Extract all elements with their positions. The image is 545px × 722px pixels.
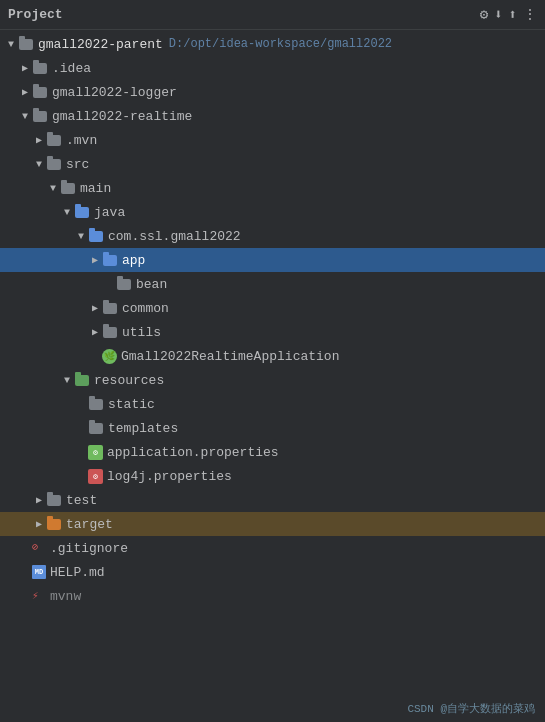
arrow-icon — [18, 62, 32, 74]
tree-item-mvnw[interactable]: ⚡ mvnw — [0, 584, 545, 608]
tree-item-help-md[interactable]: MD HELP.md — [0, 560, 545, 584]
arrow-icon — [32, 134, 46, 146]
tree-item-realtime[interactable]: gmall2022-realtime — [0, 104, 545, 128]
tree-item-utils[interactable]: utils — [0, 320, 545, 344]
item-label: test — [66, 493, 97, 508]
folder-icon — [88, 420, 104, 436]
log4j-icon: ⚙ — [88, 469, 103, 484]
arrow-icon — [32, 159, 46, 170]
download-icon[interactable]: ⬇ — [494, 6, 502, 23]
expand-icon[interactable]: ⬆ — [509, 6, 517, 23]
item-label: app — [122, 253, 145, 268]
folder-icon — [32, 60, 48, 76]
tree-item-main[interactable]: main — [0, 176, 545, 200]
item-label: .idea — [52, 61, 91, 76]
tree-item-gmall2022-parent[interactable]: gmall2022-parent D:/opt/idea-workspace/g… — [0, 32, 545, 56]
folder-icon — [116, 276, 132, 292]
item-label: gmall2022-realtime — [52, 109, 192, 124]
item-label: com.ssl.gmall2022 — [108, 229, 241, 244]
tree-item-application-props[interactable]: ⚙ application.properties — [0, 440, 545, 464]
item-label: utils — [122, 325, 161, 340]
item-label: application.properties — [107, 445, 279, 460]
arrow-icon — [46, 183, 60, 194]
folder-icon — [102, 252, 118, 268]
tree-item-app[interactable]: app — [0, 248, 545, 272]
gear-icon[interactable]: ⚙ — [480, 6, 488, 23]
item-label: log4j.properties — [107, 469, 232, 484]
folder-icon — [74, 372, 90, 388]
item-label: resources — [94, 373, 164, 388]
folder-icon — [32, 108, 48, 124]
header-title: Project — [8, 7, 63, 22]
props-icon: ⚙ — [88, 445, 103, 460]
tree-item-log4j-props[interactable]: ⚙ log4j.properties — [0, 464, 545, 488]
tree-content: gmall2022-parent D:/opt/idea-workspace/g… — [0, 30, 545, 610]
folder-icon — [32, 84, 48, 100]
folder-icon — [88, 396, 104, 412]
tree-item-src[interactable]: src — [0, 152, 545, 176]
item-label: main — [80, 181, 111, 196]
folder-icon — [88, 228, 104, 244]
arrow-icon — [88, 254, 102, 266]
item-label: .gitignore — [50, 541, 128, 556]
arrow-icon — [32, 518, 46, 530]
folder-icon — [46, 516, 62, 532]
spring-icon: 🌿 — [102, 349, 117, 364]
tree-item-package[interactable]: com.ssl.gmall2022 — [0, 224, 545, 248]
tree-item-java[interactable]: java — [0, 200, 545, 224]
tree-item-main-class[interactable]: 🌿 Gmall2022RealtimeApplication — [0, 344, 545, 368]
tree-item-gitignore[interactable]: ⊘ .gitignore — [0, 536, 545, 560]
tree-item-mvn[interactable]: .mvn — [0, 128, 545, 152]
folder-icon — [18, 36, 34, 52]
md-icon: MD — [32, 565, 46, 579]
tree-item-bean[interactable]: bean — [0, 272, 545, 296]
folder-icon — [102, 300, 118, 316]
tree-header: Project ⚙ ⬇ ⬆ ⋮ — [0, 0, 545, 30]
folder-icon — [102, 324, 118, 340]
tree-item-common[interactable]: common — [0, 296, 545, 320]
tree-item-logger[interactable]: gmall2022-logger — [0, 80, 545, 104]
item-label: gmall2022-logger — [52, 85, 177, 100]
arrow-icon — [60, 207, 74, 218]
folder-icon — [46, 492, 62, 508]
arrow-icon — [18, 86, 32, 98]
tree-item-resources[interactable]: resources — [0, 368, 545, 392]
arrow-icon — [18, 111, 32, 122]
item-label: .mvn — [66, 133, 97, 148]
item-label: common — [122, 301, 169, 316]
arrow-icon — [32, 494, 46, 506]
folder-icon — [60, 180, 76, 196]
item-label: HELP.md — [50, 565, 105, 580]
gitignore-icon: ⊘ — [32, 541, 46, 555]
arrow-icon — [74, 231, 88, 242]
arrow-icon — [88, 302, 102, 314]
watermark: CSDN @自学大数据的菜鸡 — [407, 701, 535, 716]
mvn-icon: ⚡ — [32, 589, 46, 603]
item-label: mvnw — [50, 589, 81, 604]
arrow-icon — [60, 375, 74, 386]
path-hint: D:/opt/idea-workspace/gmall2022 — [169, 37, 392, 51]
tree-item-target[interactable]: target — [0, 512, 545, 536]
item-label: gmall2022-parent — [38, 37, 163, 52]
tree-item-idea[interactable]: .idea — [0, 56, 545, 80]
tree-item-test[interactable]: test — [0, 488, 545, 512]
item-label: java — [94, 205, 125, 220]
arrow-icon — [88, 326, 102, 338]
tree-item-templates[interactable]: templates — [0, 416, 545, 440]
tree-item-static[interactable]: static — [0, 392, 545, 416]
folder-icon — [46, 132, 62, 148]
folder-icon — [74, 204, 90, 220]
header-icons: ⚙ ⬇ ⬆ ⋮ — [480, 6, 537, 23]
item-label: bean — [136, 277, 167, 292]
settings-icon[interactable]: ⋮ — [523, 6, 537, 23]
project-tree: Project ⚙ ⬇ ⬆ ⋮ gmall2022-parent D:/opt/… — [0, 0, 545, 722]
item-label: src — [66, 157, 89, 172]
folder-icon — [46, 156, 62, 172]
item-label: templates — [108, 421, 178, 436]
item-label: target — [66, 517, 113, 532]
arrow-icon — [4, 39, 18, 50]
item-label: Gmall2022RealtimeApplication — [121, 349, 339, 364]
item-label: static — [108, 397, 155, 412]
